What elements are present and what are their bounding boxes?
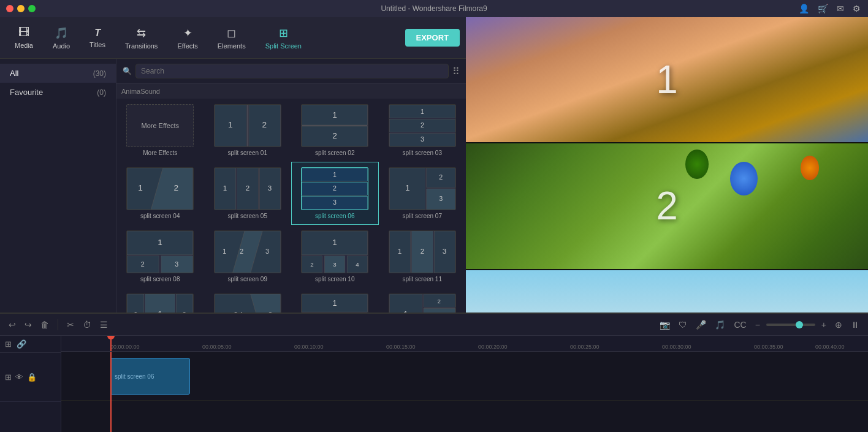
zoom-slider[interactable] (766, 324, 815, 326)
maximize-button[interactable] (28, 5, 36, 12)
user-icon[interactable]: 👤 (799, 4, 809, 13)
grid-item-split-02[interactable]: 1 2 split screen 02 (291, 99, 379, 162)
eye-icon[interactable]: 👁 (15, 373, 23, 382)
undo-icon[interactable]: ↩ (6, 319, 18, 331)
add-track-icon[interactable]: ⊕ (832, 319, 845, 331)
svg-text:2: 2 (246, 184, 249, 192)
split-10-label: split screen 10 (315, 276, 354, 282)
cut-icon[interactable]: ✂ (64, 319, 77, 331)
svg-text:3: 3 (442, 247, 446, 255)
settings2-icon[interactable]: ☰ (97, 319, 110, 331)
svg-text:1: 1 (405, 183, 410, 192)
titlebar: Untitled - Wondershare Filmora9 👤 🛒 ✉ ⚙ (0, 0, 868, 17)
ruler-mark-5: 00:00:25:00 (570, 344, 600, 350)
toolbar-item-audio[interactable]: 🎵 Audio (44, 23, 78, 53)
split-03-thumb: 1 2 3 (389, 104, 456, 147)
svg-text:2: 2 (439, 173, 443, 181)
sidebar-item-all[interactable]: All (30) (0, 64, 116, 83)
more-effects-label: More Effects (143, 150, 177, 156)
grid-item-split-10[interactable]: 1 2 3 4 split screen 10 (291, 225, 379, 288)
grid-item-split-08[interactable]: 1 2 3 split screen 08 (116, 225, 204, 288)
add-media-icon[interactable]: ⊞ (5, 339, 12, 349)
svg-text:1: 1 (158, 238, 162, 247)
grid-item-split-01[interactable]: 1 2 split screen 01 (204, 99, 292, 162)
minimize-button[interactable] (17, 5, 25, 12)
subtitle-icon[interactable]: CC (731, 319, 748, 331)
sidebar-item-favourite[interactable]: Favourite (0) (0, 83, 116, 102)
split-05-thumb: 1 2 3 (214, 167, 281, 210)
pause-all-icon[interactable]: ⏸ (848, 319, 862, 331)
grid-item-split-03[interactable]: 1 2 3 split screen 03 (379, 99, 466, 162)
svg-text:2: 2 (240, 248, 243, 255)
mail-icon[interactable]: ✉ (837, 4, 844, 13)
split-06-thumb: 1 2 3 (301, 167, 368, 210)
toolbar-item-effects[interactable]: ✦ Effects (169, 23, 206, 53)
music-icon[interactable]: 🎵 (712, 319, 728, 331)
toolbar-item-elements[interactable]: ◻ Elements (209, 23, 254, 53)
split-10-thumb: 1 2 3 4 (301, 230, 368, 273)
timer-icon[interactable]: ⏱ (80, 319, 94, 331)
svg-text:3: 3 (333, 199, 337, 206)
split-01-thumb: 1 2 (214, 104, 281, 147)
grid-item-split-05[interactable]: 1 2 3 split screen 05 (204, 162, 292, 225)
settings-icon[interactable]: ⚙ (853, 4, 861, 13)
timeline-playhead (110, 352, 112, 432)
grid-item-split-11[interactable]: 1 2 3 split screen 11 (379, 225, 466, 288)
shield-icon[interactable]: 🛡 (676, 319, 690, 331)
sidebar-item-all-label: All (10, 69, 18, 78)
mic-icon[interactable]: 🎤 (693, 319, 709, 331)
grid-item-more-effects[interactable]: More Effects More Effects (116, 99, 204, 162)
svg-text:1: 1 (228, 120, 233, 129)
svg-text:1: 1 (332, 110, 337, 119)
grid-item-split-04[interactable]: 1 2 split screen 04 (116, 162, 204, 225)
zoom-in-icon[interactable]: + (819, 319, 829, 331)
close-button[interactable] (6, 5, 13, 12)
svg-text:1: 1 (333, 299, 337, 308)
split-11-label: split screen 11 (403, 276, 442, 282)
grid-item-split-09[interactable]: 1 2 3 split screen 09 (204, 225, 292, 288)
timeline-clip[interactable]: split screen 06 (110, 358, 190, 395)
svg-text:2: 2 (421, 121, 424, 129)
window-title: Untitled - Wondershare Filmora9 (381, 4, 487, 13)
ruler-mark-1: 00:00:05:00 (202, 344, 232, 350)
preview-number-2: 2 (656, 183, 678, 229)
link-icon[interactable]: 🔗 (17, 339, 26, 349)
search-input[interactable] (135, 64, 449, 78)
delete-icon[interactable]: 🗑 (38, 319, 51, 331)
ruler-mark-3: 00:00:15:00 (386, 344, 416, 350)
svg-text:2: 2 (311, 261, 314, 268)
transitions-icon: ⇆ (137, 26, 146, 40)
redo-icon[interactable]: ↪ (22, 319, 34, 331)
svg-text:2: 2 (421, 247, 424, 255)
camera2-icon[interactable]: 📷 (657, 319, 672, 331)
ruler-mark-0: 00:00:00:00 (110, 344, 140, 350)
toolbar-item-split-screen[interactable]: ⊞ Split Screen (257, 23, 310, 53)
titles-icon: T (94, 28, 101, 39)
timeline-left-sidebar: ⊞ 🔗 ⊞ 👁 🔒 (0, 336, 61, 432)
svg-text:1: 1 (223, 184, 227, 192)
export-button[interactable]: EXPORT (405, 29, 460, 47)
split-05-label: split screen 05 (228, 213, 267, 219)
cart-icon[interactable]: 🛒 (818, 4, 828, 13)
grid-item-split-07[interactable]: 1 2 3 split screen 07 (379, 162, 466, 225)
sidebar-item-fav-label: Favourite (10, 88, 43, 97)
svg-text:2: 2 (333, 184, 337, 192)
toolbar-item-transitions[interactable]: ⇆ Transitions (116, 23, 166, 53)
split-11-thumb: 1 2 3 (389, 230, 456, 273)
zoom-out-icon[interactable]: − (753, 319, 763, 331)
toolbar-item-media[interactable]: 🎞 Media (6, 23, 42, 53)
split-09-label: split screen 09 (228, 276, 267, 282)
sidebar-item-fav-count: (0) (97, 88, 106, 97)
svg-text:3: 3 (421, 135, 424, 143)
svg-text:2: 2 (174, 183, 179, 192)
svg-text:3: 3 (439, 195, 443, 202)
more-effects-thumb: More Effects (126, 104, 194, 147)
grid-options-icon[interactable]: ⠿ (452, 66, 460, 77)
grid-item-split-06[interactable]: 1 2 3 split screen 06 (291, 162, 379, 225)
lock-icon[interactable]: 🔒 (27, 373, 37, 382)
balloon-1 (801, 156, 819, 180)
traffic-lights (6, 5, 36, 12)
balloon-3 (685, 150, 709, 179)
toolbar-item-titles[interactable]: T Titles (81, 24, 114, 52)
grid-icon[interactable]: ⊞ (5, 373, 12, 382)
